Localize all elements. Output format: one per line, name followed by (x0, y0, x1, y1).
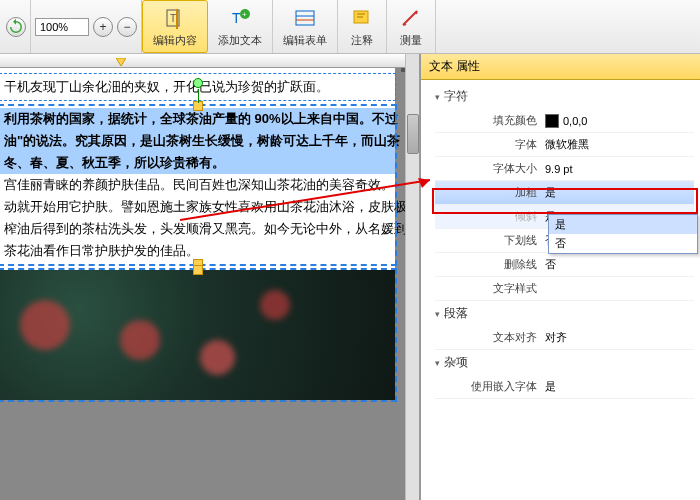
measure-button[interactable]: 测量 (387, 0, 436, 53)
properties-panel: 文本 属性 ▾字符 填充颜色 0,0,0 字体 微软雅黑 字体大小 9.9 pt… (420, 54, 700, 500)
prop-embed-font[interactable]: 使用嵌入字体 是 (435, 375, 694, 399)
svg-text:+: + (242, 10, 247, 19)
prop-fill-color[interactable]: 填充颜色 0,0,0 (435, 109, 694, 133)
ruler-indent-marker[interactable] (116, 54, 126, 64)
text-line: 榨油后得到的茶枯洗头发，头发顺滑又黑亮。如今无论中外，从名媛到 (0, 218, 395, 240)
toolbar: 100% + − T 编辑内容 T+ 添加文本 编辑表单 注释 测量 (0, 0, 700, 54)
section-misc[interactable]: ▾杂项 (435, 350, 694, 375)
svg-rect-5 (296, 11, 314, 25)
text-block-selected[interactable]: 利用茶树的国家，据统计，全球茶油产量的 90%以上来自中国。不过 油"的说法。究… (0, 106, 395, 264)
prop-align[interactable]: 文本对齐 对齐 (435, 326, 694, 350)
toolbar-nav-group (2, 0, 31, 53)
text-line: 动就开始用它护肤。譬如恩施土家族女性喜欢用山茶花油沐浴，皮肤极 (0, 196, 395, 218)
text-line: 利用茶树的国家，据统计，全球茶油产量的 90%以上来自中国。不过 (0, 108, 395, 130)
measure-icon (397, 5, 425, 33)
collapse-icon: ▾ (435, 309, 440, 319)
text-line: 冬、春、夏、秋五季，所以珍贵稀有。 (0, 152, 395, 174)
scrollbar-thumb[interactable] (407, 114, 419, 154)
italic-dropdown[interactable]: 是 否 (548, 214, 698, 254)
dropdown-option-yes[interactable]: 是 (549, 215, 697, 234)
annotate-icon (348, 5, 376, 33)
collapse-icon: ▾ (435, 92, 440, 102)
section-char[interactable]: ▾字符 (435, 84, 694, 109)
prop-strike[interactable]: 删除线 否 (435, 253, 694, 277)
main-area: ✕ 干机友现丁山余化沺的夹奴，开化已说为珍贺的扩跃面。 利用茶树的国家，据统计，… (0, 54, 700, 500)
prop-bold[interactable]: 加粗 是 (435, 181, 694, 205)
panel-title: 文本 属性 (421, 54, 700, 80)
form-icon (291, 5, 319, 33)
annotate-button[interactable]: 注释 (338, 0, 387, 53)
edit-content-label: 编辑内容 (153, 33, 197, 48)
prop-font[interactable]: 字体 微软雅黑 (435, 133, 694, 157)
add-text-label: 添加文本 (218, 33, 262, 48)
measure-label: 测量 (400, 33, 422, 48)
zoom-in-icon[interactable]: + (93, 17, 113, 37)
svg-marker-9 (116, 58, 126, 66)
vertical-scrollbar[interactable] (405, 54, 419, 500)
add-text-icon: T+ (226, 5, 254, 33)
text-cursor-icon: T (161, 5, 189, 33)
rotate-handle-icon[interactable] (193, 78, 203, 88)
zoom-input[interactable]: 100% (35, 18, 89, 36)
edit-form-label: 编辑表单 (283, 33, 327, 48)
document-viewport[interactable]: ✕ 干机友现丁山余化沺的夹奴，开化已说为珍贺的扩跃面。 利用茶树的国家，据统计，… (0, 54, 420, 500)
dropdown-option-no[interactable]: 否 (549, 234, 697, 253)
edit-content-button[interactable]: T 编辑内容 (142, 0, 208, 53)
text-line: 茶花油看作日常护肤护发的佳品。 (0, 240, 395, 262)
svg-text:T: T (232, 10, 241, 26)
toolbar-zoom-group: 100% + − (31, 0, 142, 53)
text-line: 宫佳丽青睐的养颜护肤佳品。民间百姓也深知山茶花油的美容奇效。 (0, 174, 395, 196)
annotate-label: 注释 (351, 33, 373, 48)
add-text-button[interactable]: T+ 添加文本 (208, 0, 273, 53)
page: 干机友现丁山余化沺的夹奴，开化已说为珍贺的扩跃面。 利用茶树的国家，据统计，全球… (0, 68, 395, 400)
image-block[interactable] (0, 270, 395, 400)
panel-body: ▾字符 填充颜色 0,0,0 字体 微软雅黑 字体大小 9.9 pt 加粗 是 … (421, 80, 700, 500)
text-line: 油"的说法。究其原因，是山茶树生长缓慢，树龄可达上千年，而山茶 (0, 130, 395, 152)
svg-text:T: T (170, 13, 176, 24)
prop-text-style[interactable]: 文字样式 (435, 277, 694, 301)
prop-font-size[interactable]: 字体大小 9.9 pt (435, 157, 694, 181)
refresh-icon[interactable] (6, 17, 26, 37)
zoom-out-icon[interactable]: − (117, 17, 137, 37)
section-para[interactable]: ▾段落 (435, 301, 694, 326)
ruler (0, 54, 419, 68)
collapse-icon: ▾ (435, 358, 440, 368)
color-swatch[interactable] (545, 114, 559, 128)
edit-form-button[interactable]: 编辑表单 (273, 0, 338, 53)
